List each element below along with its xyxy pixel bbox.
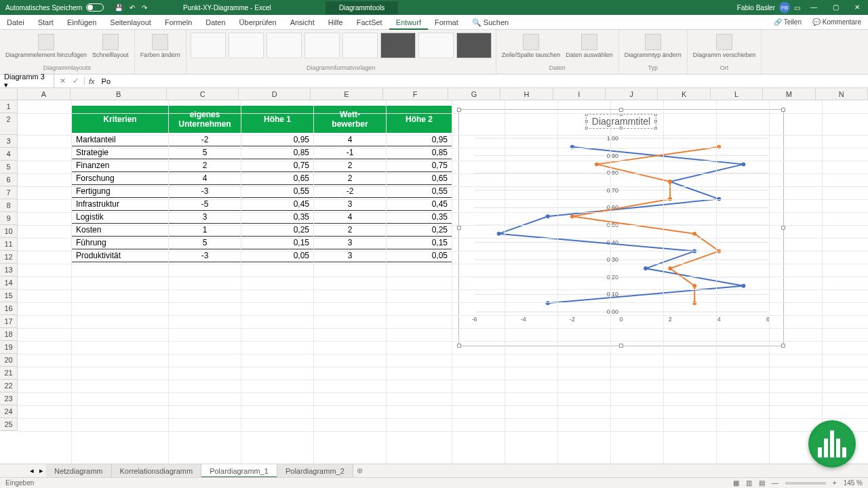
row-header[interactable]: 21 xyxy=(0,367,17,380)
close-icon[interactable]: ✕ xyxy=(846,0,868,15)
swap-row-col-button[interactable]: Zeile/Spalte tauschen xyxy=(500,33,562,60)
col-header[interactable]: N xyxy=(816,88,868,100)
ribbon-tab-überprüfen[interactable]: Überprüfen xyxy=(233,15,283,30)
chart-tools-tab[interactable]: Diagrammtools xyxy=(326,1,398,14)
col-header[interactable]: L xyxy=(711,88,763,100)
select-all-corner[interactable] xyxy=(0,88,18,100)
ribbon-tab-einfügen[interactable]: Einfügen xyxy=(60,15,103,30)
minimize-icon[interactable]: — xyxy=(803,0,825,15)
zoom-out-icon[interactable]: — xyxy=(772,479,778,487)
row-header[interactable]: 10 xyxy=(0,225,17,238)
ribbon-tab-daten[interactable]: Daten xyxy=(199,15,232,30)
row-header[interactable]: 5 xyxy=(0,161,17,174)
ribbon-tab-factset[interactable]: FactSet xyxy=(350,15,389,30)
row-header[interactable]: 6 xyxy=(0,174,17,186)
col-header[interactable]: I xyxy=(553,88,606,100)
zoom-level[interactable]: 145 % xyxy=(844,479,863,487)
ribbon-tab-format[interactable]: Format xyxy=(428,15,465,30)
redo-icon[interactable]: ↷ xyxy=(142,4,147,12)
style-thumb[interactable] xyxy=(304,33,340,58)
formula-input[interactable]: Po xyxy=(99,77,113,85)
style-thumb[interactable] xyxy=(267,33,302,58)
col-header[interactable]: C xyxy=(167,88,239,100)
row-header[interactable]: 15 xyxy=(0,289,17,302)
sheet-nav-icon[interactable]: ◂ xyxy=(27,466,37,475)
fx-icon[interactable]: fx xyxy=(85,77,99,85)
sheet-tab[interactable]: Netzdiagramm xyxy=(46,464,112,478)
col-header[interactable]: A xyxy=(18,88,71,100)
chart-title[interactable]: Diagrammtitel xyxy=(586,114,656,129)
sheet-tab[interactable]: Polardiagramm_1 xyxy=(201,464,277,478)
row-header[interactable]: 12 xyxy=(0,251,17,264)
ribbon-tab-ansicht[interactable]: Ansicht xyxy=(283,15,321,30)
row-header[interactable]: 3 xyxy=(0,135,17,148)
col-header[interactable]: F xyxy=(383,88,448,100)
add-chart-element-button[interactable]: Diagrammelement hinzufügen xyxy=(4,33,88,60)
style-thumb[interactable] xyxy=(191,33,226,58)
row-header[interactable]: 24 xyxy=(0,405,17,418)
view-pagelayout-icon[interactable]: ▥ xyxy=(746,479,752,487)
add-sheet-icon[interactable]: ⊕ xyxy=(353,466,367,475)
search-tab[interactable]: 🔍 Suchen xyxy=(465,15,515,30)
sheet-nav-icon[interactable]: ▸ xyxy=(37,466,46,475)
col-header[interactable]: J xyxy=(606,88,658,100)
chart-plot-area[interactable]: 0,000,100,200,300,400,500,600,700,800,90… xyxy=(467,134,775,325)
style-thumb[interactable] xyxy=(342,33,378,58)
sheet-tab[interactable]: Korrelationsdiagramm xyxy=(112,464,202,478)
comments-button[interactable]: 💬 Kommentare xyxy=(812,18,861,26)
col-header[interactable]: D xyxy=(239,88,311,100)
zoom-in-icon[interactable]: + xyxy=(833,479,837,487)
row-header[interactable]: 22 xyxy=(0,380,17,392)
col-header[interactable]: H xyxy=(500,88,553,100)
style-thumb[interactable] xyxy=(418,33,454,58)
undo-icon[interactable]: ↶ xyxy=(130,4,135,12)
col-header[interactable]: E xyxy=(311,88,382,100)
share-button[interactable]: 🔗 Teilen xyxy=(774,18,802,26)
zoom-slider[interactable] xyxy=(785,482,826,485)
ribbon-tab-start[interactable]: Start xyxy=(31,15,60,30)
autosave-toggle[interactable]: Automatisches Speichern xyxy=(0,3,109,12)
style-thumb[interactable] xyxy=(380,33,416,58)
style-thumb[interactable] xyxy=(456,33,492,58)
change-chart-type-button[interactable]: Diagrammtyp ändern xyxy=(623,33,683,60)
row-header[interactable]: 9 xyxy=(0,212,17,225)
ribbon-tab-seitenlayout[interactable]: Seitenlayout xyxy=(103,15,158,30)
row-header[interactable]: 11 xyxy=(0,238,17,251)
row-header[interactable]: 13 xyxy=(0,264,17,277)
sheet-tab[interactable]: Polardiagramm_2 xyxy=(277,464,353,478)
ribbon-tab-datei[interactable]: Datei xyxy=(0,15,31,30)
user-avatar[interactable]: FB xyxy=(779,2,790,13)
save-icon[interactable]: 💾 xyxy=(115,4,123,12)
select-data-button[interactable]: Daten auswählen xyxy=(564,33,614,60)
row-header[interactable]: 14 xyxy=(0,277,17,289)
col-header[interactable]: G xyxy=(448,88,500,100)
style-thumb[interactable] xyxy=(229,33,264,58)
quick-layout-button[interactable]: Schnelllayout xyxy=(91,33,130,60)
chart-object[interactable]: Diagrammtitel 0,000,100,200,300,400,500,… xyxy=(458,109,784,346)
row-header[interactable]: 8 xyxy=(0,199,17,212)
cancel-formula-icon[interactable]: ✕ xyxy=(60,77,66,85)
move-chart-button[interactable]: Diagramm verschieben xyxy=(692,33,757,60)
row-header[interactable]: 7 xyxy=(0,186,17,199)
col-header[interactable]: M xyxy=(763,88,815,100)
row-header[interactable]: 4 xyxy=(0,148,17,161)
row-header[interactable]: 18 xyxy=(0,328,17,341)
name-box[interactable]: Diagramm 3 ▾ xyxy=(0,73,54,89)
col-header[interactable]: K xyxy=(658,88,710,100)
col-header[interactable]: B xyxy=(71,88,167,100)
ribbon-tab-hilfe[interactable]: Hilfe xyxy=(321,15,350,30)
row-header[interactable]: 17 xyxy=(0,315,17,328)
row-header[interactable]: 20 xyxy=(0,354,17,367)
row-header[interactable]: 23 xyxy=(0,392,17,405)
change-colors-button[interactable]: Farben ändern xyxy=(139,33,182,60)
accept-formula-icon[interactable]: ✓ xyxy=(73,77,79,85)
row-header[interactable]: 16 xyxy=(0,302,17,315)
ribbon-tab-formeln[interactable]: Formeln xyxy=(158,15,199,30)
view-normal-icon[interactable]: ▦ xyxy=(733,479,739,487)
view-pagebreak-icon[interactable]: ▤ xyxy=(759,479,765,487)
ribbon-options-icon[interactable]: ▭ xyxy=(794,4,800,12)
row-header[interactable]: 1 xyxy=(0,100,17,113)
row-header[interactable]: 19 xyxy=(0,341,17,354)
row-header[interactable]: 2 xyxy=(0,113,17,135)
ribbon-tab-entwurf[interactable]: Entwurf xyxy=(389,15,428,30)
